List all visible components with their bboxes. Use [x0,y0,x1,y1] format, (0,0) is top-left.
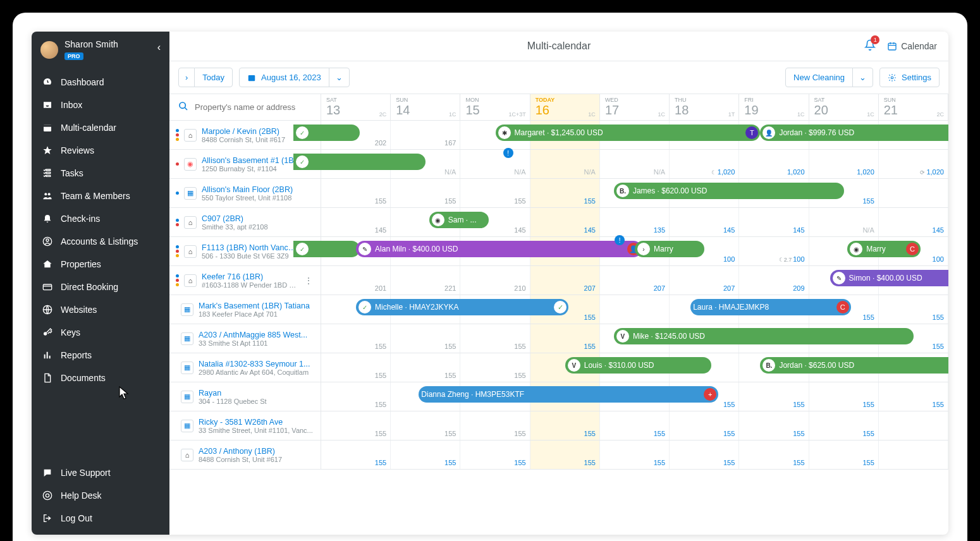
sidebar-item-direct-booking[interactable]: Direct Booking [32,276,169,298]
calendar-cell[interactable]: 155 [600,441,670,469]
calendar-cell[interactable]: 155 [530,411,600,440]
settings-button[interactable]: Settings [879,68,940,87]
sidebar-item-keys[interactable]: Keys [32,321,169,344]
calendar-cell[interactable]: 145 [321,208,391,236]
property-name[interactable]: Keefer 716 (1BR) [202,272,298,281]
day-header[interactable]: SUN 21 2C [879,94,948,120]
calendar-cell[interactable]: 155 [739,382,809,411]
calendar-cell[interactable]: 155 [739,411,809,440]
property-name[interactable]: Marpole / Kevin (2BR) [202,127,285,136]
booking-event[interactable]: ✎Alan Miln · $400.00 USD👤 [356,241,642,257]
property-name[interactable]: A203 / Anthony (1BR) [199,447,282,456]
new-cleaning-dropdown[interactable]: ⌄ [852,68,873,87]
calendar-cell[interactable]: ☾1,020 [670,150,739,178]
date-picker[interactable]: August 16, 2023 [239,68,329,87]
calendar-cell[interactable]: 155 [460,353,530,382]
calendar-cell[interactable]: 155 [460,411,530,440]
calendar-cell[interactable]: ☾2.7100 [739,237,809,265]
calendar-cell[interactable]: 145 [739,208,809,236]
property-cell[interactable]: ▦ Natalia #1302-833 Seymour 1... 2980 At… [169,353,321,382]
calendar-cell[interactable]: 155 [321,179,391,207]
calendar-cell[interactable]: 155 [530,179,600,207]
sidebar-item-team-members[interactable]: Team & Members [32,185,169,207]
sidebar-item-accounts-listings[interactable]: Accounts & Listings [32,230,169,253]
calendar-cell[interactable]: 155 [809,441,879,469]
calendar-cell[interactable]: 209 [739,266,809,295]
booking-event[interactable]: ✓ [293,154,426,170]
sidebar-item-properties[interactable]: Properties [32,253,169,276]
day-header[interactable]: SAT 13 2C [321,94,391,120]
calendar-cell[interactable]: 167 [391,121,460,149]
calendar-cell[interactable] [600,295,670,324]
new-cleaning-button[interactable]: New Cleaning [785,68,853,87]
calendar-cell[interactable]: N/A [460,150,530,178]
calendar-cell[interactable]: 145 [530,208,600,236]
calendar-cell[interactable]: 155 [321,441,391,469]
calendar-cell[interactable]: ⟳ 1,020 [879,150,948,178]
calendar-cell[interactable]: 210 [460,266,530,295]
day-header[interactable]: TODAY 16 1C [530,94,600,120]
calendar-cell[interactable]: 207 [670,266,739,295]
calendar-cell[interactable] [879,411,948,440]
day-header[interactable]: MON 15 1C+3T [460,94,530,120]
booking-event[interactable]: ›Marry [635,241,704,257]
booking-event[interactable]: VMike · $1245.00 USD [614,328,914,344]
calendar-cell[interactable]: 207 [530,266,600,295]
booking-event[interactable]: B.Jordan · $625.00 USD [760,357,948,374]
calendar-cell[interactable]: 155 [879,382,948,411]
calendar-cell[interactable]: 155 [321,382,391,411]
sidebar-item-documents[interactable]: Documents [32,367,169,389]
day-header[interactable]: SUN 14 1C [391,94,460,120]
booking-event[interactable]: ✎Simon · $400.00 USD [830,270,948,286]
calendar-cell[interactable]: 155 [321,324,391,353]
calendar-cell[interactable]: 145 [670,208,739,236]
sidebar-item-multi-calendar[interactable]: Multi-calendar [32,116,169,139]
calendar-cell[interactable]: 155 [530,324,600,353]
calendar-cell[interactable]: 1,020 [809,150,879,178]
property-name[interactable]: Rayan [199,389,267,398]
calendar-cell[interactable]: 155 [460,324,530,353]
calendar-cell[interactable]: 155 [739,441,809,469]
calendar-cell[interactable]: 155 [670,441,739,469]
calendar-cell[interactable]: 207 [600,266,670,295]
property-cell[interactable]: ▦ A203 / AnthMaggie 885 West... 33 Smith… [169,324,321,353]
sidebar-item-log-out[interactable]: Log Out [32,507,169,530]
row-menu-icon[interactable]: ⋮ [303,276,314,286]
sidebar-item-websites[interactable]: Websites [32,298,169,321]
calendar-cell[interactable]: 155 [809,411,879,440]
property-name[interactable]: Allison's Main Floor (2BR) [202,185,293,194]
property-name[interactable]: C907 (2BR) [202,214,268,223]
calendar-cell[interactable]: 155 [809,382,879,411]
property-cell[interactable]: ⌂ Keefer 716 (1BR) #1603-1188 W Pender 1… [169,266,321,295]
booking-event[interactable]: VLouis · $310.00 USD [565,357,711,374]
calendar-cell[interactable]: 155 [391,411,460,440]
prev-button[interactable]: › [178,68,195,87]
sidebar-item-tasks[interactable]: Tasks [32,162,169,185]
booking-event[interactable]: ◉MarryC [847,241,921,257]
date-dropdown[interactable]: ⌄ [329,68,350,87]
calendar-cell[interactable]: 145 [879,208,948,236]
booking-event[interactable]: 👤Jordan · $999.76 USD [760,125,948,141]
today-button[interactable]: Today [194,68,233,87]
booking-event[interactable]: B.James · $620.00 USD [614,183,844,199]
property-cell[interactable]: ▦ Rayan 304 - 1128 Quebec St [169,382,321,411]
property-name[interactable]: A203 / AnthMaggie 885 West... [199,331,307,339]
booking-event[interactable]: ◉Sam · ... [429,212,489,228]
property-name[interactable]: Ricky - 3581 W26th Ave [199,418,313,427]
booking-event[interactable]: ✓ [293,241,360,257]
calendar-cell[interactable]: 155 [879,295,948,324]
calendar-cell[interactable]: N/A [530,150,600,178]
property-cell[interactable]: ▦ Ricky - 3581 W26th Ave 33 Smithe Stree… [169,411,321,440]
calendar-cell[interactable] [879,179,948,207]
property-cell[interactable]: ▦ Mark's Basement (1BR) Tatiana 183 Keef… [169,295,321,324]
day-header[interactable]: SAT 20 1C [809,94,879,120]
property-cell[interactable]: ▦ Allison's Main Floor (2BR) 550 Taylor … [169,179,321,207]
calendar-cell[interactable]: 135 [600,208,670,236]
day-header[interactable]: WED 17 1C [600,94,670,120]
calendar-switch[interactable]: Calendar [887,41,937,51]
calendar-cell[interactable]: 155 [391,441,460,469]
property-cell[interactable]: ⌂ C907 (2BR) Smithe 33, apt #2108 [169,208,321,236]
calendar-cell[interactable] [879,441,948,469]
property-name[interactable]: Mark's Basement (1BR) Tatiana [199,301,310,310]
booking-event[interactable]: ✓Michelle · HMAY2JKYKA✓ [356,299,568,315]
